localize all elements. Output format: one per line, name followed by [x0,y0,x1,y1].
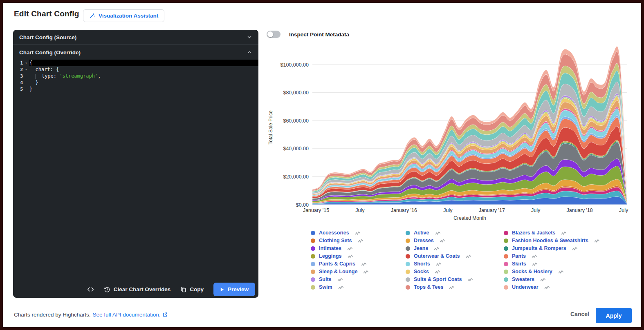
format-code-button[interactable] [87,286,94,292]
legend-series-dot [311,231,315,235]
code-editor[interactable]: 1▾{2▾ chart: {3 type: 'streamgraph',4 }5… [13,60,258,92]
x-tick-label: July [619,207,628,213]
legend-item[interactable]: Socks [406,269,504,274]
sparkline-icon [363,270,369,274]
copy-icon [180,286,186,293]
edit-chart-config-dialog: Edit Chart Config Visualization Assistan… [0,0,644,330]
line-number: 1 [13,60,23,66]
code-brackets-icon [87,286,94,292]
legend-item[interactable]: Shorts [406,261,504,267]
legend-series-label: Sweaters [512,276,534,282]
sparkline-icon [532,262,538,266]
chart-preview: $0.00$20,000.00$40,000.00$60,000.00$80,0… [267,44,635,227]
legend-series-label: Suits & Sport Coats [414,276,462,282]
legend-series-dot [504,262,508,266]
legend-item[interactable]: Suits & Sport Coats [406,276,504,282]
copy-button[interactable]: Copy [180,286,204,293]
legend-item[interactable]: Sleep & Lounge [311,269,406,274]
apply-button[interactable]: Apply [596,308,632,323]
legend-item[interactable]: Socks & Hosiery [504,269,639,274]
history-icon [104,286,110,293]
preview-label: Preview [228,286,249,292]
legend-series-dot [504,246,508,251]
legend-series-dot [311,254,315,259]
legend-series-label: Tops & Tees [414,284,443,290]
legend-series-label: Fashion Hoodies & Sweatshirts [512,238,588,243]
fold-caret-icon[interactable]: ▾ [23,68,29,71]
legend-series-dot [504,239,508,243]
legend-item[interactable]: Blazers & Jackets [504,230,639,236]
legend-item[interactable]: Active [406,230,504,236]
inspect-point-metadata-toggle[interactable] [267,31,280,38]
legend-item[interactable]: Dresses [406,238,504,243]
legend-item[interactable]: Underwear [504,284,639,290]
visualization-assistant-label: Visualization Assistant [99,13,158,19]
legend-item[interactable]: Skirts [504,261,639,267]
source-section-header[interactable]: Chart Config (Source) [13,30,258,45]
legend-series-label: Accessories [319,230,349,236]
legend-item[interactable]: Sweaters [504,276,639,282]
legend-series-label: Leggings [319,253,342,259]
code-line[interactable]: 2▾ chart: { [13,66,258,73]
code-line[interactable]: 1▾{ [13,60,258,66]
code-line[interactable]: 5} [13,86,258,92]
legend-item[interactable]: Accessories [311,230,406,236]
legend-series-dot [406,277,410,282]
legend-item[interactable]: Swim [311,284,406,290]
sparkline-icon [358,239,364,243]
footer-credit: Charts rendered by Highcharts. See full … [14,312,168,318]
toggle-thumb [267,31,273,37]
legend-series-label: Sleep & Lounge [319,269,357,274]
legend-item[interactable]: Leggings [311,253,406,259]
legend-item[interactable]: Intimates [311,245,406,251]
legend-series-label: Outerwear & Coats [414,253,460,259]
legend-series-label: Clothing Sets [319,238,352,243]
sparkline-icon [435,270,440,274]
preview-button[interactable]: Preview [213,283,255,296]
visualization-assistant-button[interactable]: Visualization Assistant [83,9,164,22]
code-line-text: { [29,60,258,66]
code-line-text: } [29,86,258,92]
override-section-header[interactable]: Chart Config (Override) [13,45,258,60]
legend-item[interactable]: Outerwear & Coats [406,253,504,259]
legend-item[interactable]: Suits [311,276,406,282]
sparkline-icon [434,246,440,251]
legend-item[interactable]: Jumpsuits & Rompers [504,245,639,251]
x-tick-label: July [531,207,541,213]
api-documentation-link[interactable]: See full API documentation. [93,312,168,318]
chart-legend: AccessoriesActiveBlazers & JacketsClothi… [311,230,639,290]
code-line[interactable]: 3 type: 'streamgraph', [13,73,258,79]
line-number: 2 [13,67,23,72]
legend-series-dot [406,246,410,251]
legend-item[interactable]: Pants [504,253,639,259]
legend-item[interactable]: Clothing Sets [311,238,406,243]
x-tick-label: July [355,207,365,213]
legend-item[interactable]: Fashion Hoodies & Sweatshirts [504,238,639,243]
clear-chart-overrides-button[interactable]: Clear Chart Overrides [104,286,171,293]
cancel-button[interactable]: Cancel [568,310,592,318]
editor-toolbar: Clear Chart Overrides Copy Preview [13,283,255,296]
x-tick-label: January '16 [391,207,417,213]
legend-series-dot [311,285,315,290]
sparkline-icon [449,285,455,290]
sparkline-icon [436,262,442,266]
override-section-title: Chart Config (Override) [19,49,81,56]
inspect-point-metadata-label: Inspect Point Metadata [289,31,349,38]
legend-item[interactable]: Pants & Capris [311,261,406,267]
sparkline-icon [347,246,353,251]
sparkline-icon [466,254,471,259]
chevron-up-icon [247,49,252,55]
legend-series-label: Skirts [512,261,526,267]
legend-item[interactable]: Tops & Tees [406,284,504,290]
legend-item[interactable]: Jeans [406,245,504,251]
legend-series-dot [504,277,508,282]
fold-caret-icon[interactable]: ▾ [23,61,29,65]
chart-x-labels: January '15JulyJanuary '16JulyJanuary '1… [303,207,628,213]
legend-series-label: Jumpsuits & Rompers [512,245,566,251]
code-line-text: chart: { [29,66,258,73]
chart-svg: $0.00$20,000.00$40,000.00$60,000.00$80,0… [267,44,635,227]
code-line-text: type: 'streamgraph', [29,73,258,79]
sparkline-icon [558,270,564,274]
code-line[interactable]: 4 } [13,79,258,86]
legend-series-label: Pants [512,253,526,259]
